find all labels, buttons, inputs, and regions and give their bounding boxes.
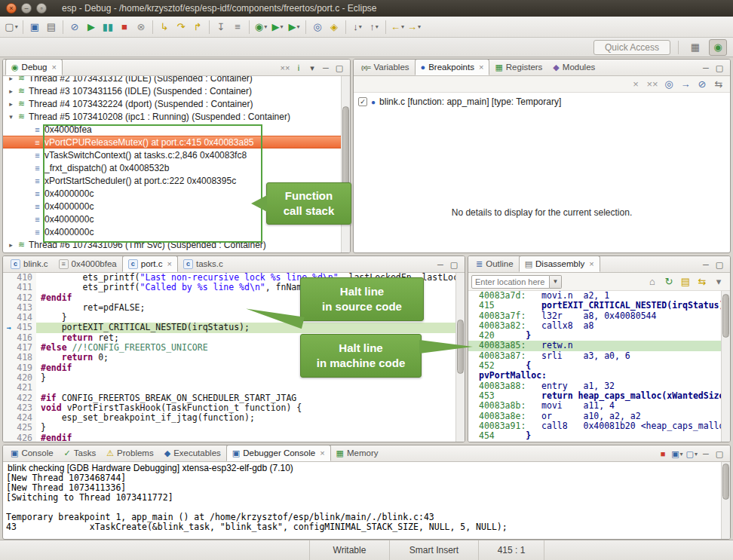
code-line-415[interactable]: →415 portEXIT_CRITICAL_NESTED(irqStatus)… — [3, 323, 455, 332]
close-tab-icon[interactable]: × — [479, 63, 483, 72]
disassembly-content[interactable]: 40083a7d: movi.n a2, 1415 portEXIT_CRITI… — [468, 291, 721, 442]
tab-breakpoints[interactable]: ●Breakpoints× — [415, 59, 490, 75]
dropdown-arrow-icon[interactable]: ▾ — [280, 23, 283, 30]
show-source-icon[interactable]: ▤ — [677, 274, 694, 290]
dropdown-arrow-icon[interactable]: ▾ — [264, 23, 267, 30]
close-tab-icon[interactable]: × — [52, 63, 57, 72]
open-element-icon[interactable]: ◎ — [309, 19, 326, 35]
next-annotation-icon[interactable]: ↓▾ — [349, 19, 366, 35]
code-line-421[interactable]: 421 — [3, 383, 455, 393]
code-line-424[interactable]: 424 esp_set_breakpoint_if_jtag(function)… — [3, 413, 455, 423]
disassembly-line[interactable]: 40083a85: retw.n — [468, 341, 721, 350]
tree-expander-icon[interactable]: ▸ — [6, 76, 16, 82]
skip-all-breakpoints-icon[interactable]: ⊘ — [66, 19, 83, 35]
console-scrollbar[interactable] — [721, 462, 730, 539]
resume-icon[interactable]: ▶ — [83, 19, 100, 35]
disassembly-line[interactable]: 40083a8e: or a10, a2, a2 — [479, 412, 721, 421]
tab-executables[interactable]: ◆Executables — [159, 445, 226, 461]
minimize-icon[interactable]: ─ — [434, 258, 447, 271]
suspend-icon[interactable]: ▮▮ — [100, 19, 116, 35]
disassembly-line[interactable]: 40083a7d: movi.n a2, 1 — [479, 291, 721, 301]
minimize-icon[interactable]: ─ — [319, 61, 333, 75]
open-perspective-icon[interactable]: ▦ — [686, 39, 704, 56]
view-menu-icon[interactable]: ▾ — [305, 61, 319, 75]
window-close-button[interactable]: × — [6, 3, 17, 14]
minimize-icon[interactable]: ─ — [699, 258, 713, 271]
disassembly-line[interactable]: 40083a7f: l32r a8, 0x40080544 — [479, 311, 721, 321]
tab-port-c[interactable]: cport.c× — [122, 256, 178, 272]
disassembly-line[interactable]: 420 } — [479, 331, 721, 341]
tab-disassembly[interactable]: ▤Disassembly× — [519, 256, 600, 272]
tab-memory[interactable]: ▦Memory — [331, 445, 384, 461]
refresh-icon[interactable]: ↻ — [661, 274, 677, 290]
instruction-stepping-icon[interactable]: ≡ — [229, 19, 246, 35]
disassembly-line[interactable]: 454 } — [479, 431, 721, 441]
scrollbar-thumb[interactable] — [722, 464, 729, 500]
mark-occurrences-icon[interactable]: ◈ — [326, 19, 342, 35]
home-icon[interactable]: ⌂ — [644, 274, 661, 290]
step-over-icon[interactable]: ↷ — [173, 19, 189, 35]
tab-debugger-console[interactable]: ▣Debugger Console× — [226, 445, 331, 461]
step-into-icon[interactable]: ↳ — [156, 19, 173, 35]
tab-blink-c[interactable]: cblink.c — [5, 256, 54, 272]
display-selected-console-icon[interactable]: ▣▾ — [670, 447, 684, 461]
open-console-icon[interactable]: ▢▾ — [685, 447, 699, 461]
disassembly-line[interactable]: 452 { — [479, 361, 721, 371]
window-maximize-button[interactable]: ▫ — [36, 3, 47, 14]
disasm-view-menu-icon[interactable]: ▾ — [710, 274, 727, 290]
debug-thread-row[interactable]: ▾≋Thread #5 1073410208 (ipc1 : Running) … — [3, 110, 341, 123]
disassembly-line[interactable]: 40083a8b: movi a11, 4 — [479, 401, 721, 411]
maximize-icon[interactable]: ▢ — [447, 258, 461, 271]
location-dropdown-icon[interactable]: ▼ — [550, 275, 562, 289]
tab-debug[interactable]: ◉Debug× — [5, 59, 63, 75]
show-breakpoints-supported-icon[interactable]: ◎ — [661, 76, 677, 93]
breakpoint-checkbox[interactable]: ✓ — [358, 97, 367, 106]
disassembly-scrollbar[interactable] — [721, 291, 730, 442]
dropdown-arrow-icon[interactable]: ▾ — [359, 23, 362, 30]
maximize-icon[interactable]: ▢ — [713, 447, 726, 461]
tab-registers[interactable]: ▦Registers — [489, 59, 547, 75]
dropdown-arrow-icon[interactable]: ▾ — [15, 23, 18, 30]
dropdown-arrow-icon[interactable]: ▾ — [296, 23, 299, 30]
external-tools-icon[interactable]: ▶▾ — [286, 19, 302, 35]
print-icon[interactable]: ▤ — [43, 19, 60, 35]
breakpoint-row[interactable]: ✓●blink.c [function: app_main] [type: Te… — [354, 96, 730, 108]
tree-expander-icon[interactable]: ▸ — [6, 100, 16, 108]
disassembly-line[interactable]: pvPortMalloc: — [479, 371, 721, 381]
debug-thread-row[interactable]: ▸≋Thread #4 1073432224 (dport) (Suspende… — [3, 97, 341, 110]
remove-breakpoint-icon[interactable]: × — [627, 76, 644, 93]
disassembly-line[interactable]: 40083a87: srli a3, a0, 6 — [479, 351, 721, 361]
disassembly-line[interactable]: 40083a88: entry a1, 32 — [479, 381, 721, 391]
terminate-console-icon[interactable]: ■ — [656, 447, 670, 461]
disconnect-icon[interactable]: ⊗ — [133, 19, 149, 35]
editor-scrollbar[interactable] — [455, 273, 465, 442]
minimize-icon[interactable]: ─ — [699, 447, 713, 461]
dropdown-arrow-icon[interactable]: ▾ — [680, 451, 683, 457]
go-to-file-for-breakpoint-icon[interactable]: → — [677, 76, 694, 93]
disassembly-line[interactable]: 453 return heap_caps_malloc(xWantedSize — [479, 391, 721, 401]
step-return-icon[interactable]: ↱ — [189, 19, 206, 35]
minimize-icon[interactable]: ─ — [699, 61, 713, 75]
console-output[interactable]: [New Thread 1073468744][New Thread 10734… — [3, 473, 721, 539]
debug-icon[interactable]: ◉▾ — [253, 19, 269, 35]
disassembly-line[interactable]: 40083a82: callx8 a8 — [479, 321, 721, 331]
save-icon[interactable]: ▣ — [26, 19, 43, 35]
dropdown-arrow-icon[interactable]: ▾ — [401, 23, 404, 30]
debug-thread-row[interactable]: ▸≋Thread #6 1073431096 (Tmr Svc) (Suspen… — [3, 238, 341, 251]
run-icon[interactable]: ▶▾ — [269, 19, 286, 35]
stack-frame-row[interactable]: ≡vPortCPUReleaseMutex() at port.c:415 0x… — [3, 136, 341, 148]
stack-frame-row[interactable]: ≡0x4000bfea — [3, 123, 341, 136]
tree-expander-icon[interactable]: ▸ — [6, 241, 16, 249]
tab-problems[interactable]: ⚠Problems — [101, 445, 158, 461]
back-icon[interactable]: ←▾ — [389, 19, 406, 35]
code-line-425[interactable]: 425} — [3, 423, 455, 433]
close-tab-icon[interactable]: × — [167, 259, 172, 268]
terminate-icon[interactable]: ■ — [116, 19, 133, 35]
tab-0x4000bfea[interactable]: ≡0x4000bfea — [54, 256, 122, 272]
debug-scrollbar[interactable] — [341, 76, 350, 252]
remove-all-breakpoints-icon[interactable]: ×× — [644, 76, 661, 93]
tab-variables[interactable]: (x)=Variables — [356, 59, 415, 75]
tab-outline[interactable]: ≣Outline — [471, 256, 519, 272]
debug-thread-row[interactable]: ▸≋Thread #3 1073431156 (IDLE) (Suspended… — [3, 84, 341, 97]
debug-thread-row[interactable]: ▸≋Thread #2 1073431312 (IDLE) (Suspended… — [3, 76, 341, 84]
